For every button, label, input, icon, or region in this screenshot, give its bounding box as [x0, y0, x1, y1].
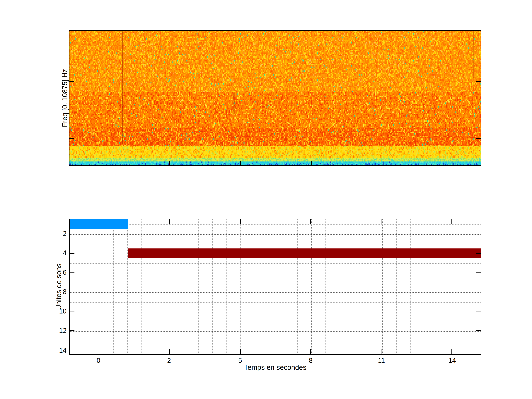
x-tick-label: 11 [378, 357, 385, 364]
spectrogram-left-tick [70, 53, 74, 53]
vertical-gridline [227, 219, 227, 354]
y-tick-label: 8 [39, 288, 66, 296]
spectrogram-y-axis-label: Freq [0, 10875] Hz [61, 69, 69, 127]
vertical-gridline [467, 219, 467, 354]
vertical-gridline [127, 219, 128, 354]
horizontal-gridline [70, 312, 481, 312]
activation-plot-area [70, 219, 481, 354]
spectrogram-left-tick [70, 81, 74, 82]
activation-top-tick [240, 219, 241, 224]
activation-bottom-tick [99, 349, 99, 354]
horizontal-gridline [70, 351, 481, 351]
x-tick-label: 8 [309, 357, 313, 364]
activation-x-axis-label: Temps en secondes [244, 364, 306, 372]
activation-right-tick [476, 253, 481, 254]
activation-bottom-tick [240, 349, 241, 354]
horizontal-gridline [70, 263, 481, 264]
x-tick-label: 14 [449, 357, 456, 364]
horizontal-gridline [70, 234, 481, 234]
y-tick-label: 12 [39, 327, 66, 334]
activation-bottom-tick [169, 349, 170, 354]
vertical-gridline [198, 219, 199, 354]
activation-top-tick [99, 219, 99, 224]
vertical-gridline [99, 219, 99, 354]
activation-bottom-tick [381, 349, 381, 354]
vertical-gridline [396, 219, 397, 354]
y-tick-label: 4 [39, 249, 66, 257]
activation-right-tick [476, 311, 481, 311]
vertical-gridline [241, 219, 241, 354]
horizontal-gridline [70, 322, 481, 322]
activation-plot [69, 219, 481, 355]
activation-left-tick [70, 253, 75, 254]
horizontal-gridline [70, 224, 481, 225]
vertical-gridline [340, 219, 340, 354]
y-tick-label: 2 [39, 230, 66, 237]
spectrogram-right-tick [476, 110, 481, 110]
activation-top-tick [381, 219, 381, 224]
x-tick-label: 2 [167, 357, 171, 364]
activation-left-tick [70, 311, 75, 311]
horizontal-gridline [70, 331, 481, 332]
activation-right-tick [476, 272, 481, 273]
spectrogram-right-tick [476, 81, 481, 82]
activation-left-tick [70, 234, 75, 234]
horizontal-gridline [70, 283, 481, 283]
activation-left-tick [70, 292, 75, 292]
vertical-gridline [113, 219, 114, 354]
vertical-gridline [255, 219, 255, 354]
vertical-gridline [411, 219, 411, 354]
activation-bottom-tick [310, 349, 311, 354]
vertical-gridline [156, 219, 156, 354]
spectrogram-left-tick [70, 110, 74, 110]
vertical-gridline [141, 219, 142, 354]
spectrogram-bottom-tick [453, 161, 453, 165]
y-tick-label: 6 [39, 269, 66, 276]
spectrogram-bottom-tick [240, 161, 241, 165]
vertical-gridline [170, 219, 170, 354]
activation-left-tick [70, 272, 75, 273]
activation-bottom-tick [451, 349, 452, 354]
vertical-gridline [425, 219, 425, 354]
horizontal-gridline [70, 302, 481, 303]
activation-bar-unit-4 [128, 248, 481, 259]
vertical-gridline [453, 219, 453, 354]
activation-right-tick [476, 234, 481, 234]
activation-left-tick [70, 330, 75, 331]
activation-top-tick [310, 219, 311, 224]
vertical-gridline [212, 219, 213, 354]
activation-right-tick [476, 350, 481, 350]
figure-window: { "spectrogram": { "ylabel": "Freq [0, 1… [0, 0, 532, 399]
activation-right-tick [476, 330, 481, 331]
spectrogram-right-tick [476, 138, 481, 139]
spectrogram-bottom-tick [311, 161, 312, 165]
spectrogram-left-tick [70, 138, 74, 139]
activation-top-tick [451, 219, 452, 224]
vertical-gridline [354, 219, 354, 354]
spectrogram-right-tick [476, 53, 481, 53]
horizontal-gridline [70, 273, 481, 273]
spectrogram-plot [69, 30, 481, 166]
spectrogram-image [70, 31, 481, 165]
spectrogram-bottom-tick [169, 161, 170, 165]
vertical-gridline [368, 219, 368, 354]
horizontal-gridline [70, 244, 481, 244]
spectrogram-bottom-tick [382, 161, 382, 165]
spectrogram-plot-area [70, 31, 481, 165]
horizontal-gridline [70, 292, 481, 293]
vertical-gridline [382, 219, 383, 354]
vertical-gridline [311, 219, 312, 354]
vertical-gridline [85, 219, 85, 354]
spectrogram-bottom-tick [99, 161, 99, 165]
activation-top-tick [169, 219, 170, 224]
vertical-gridline [71, 219, 71, 354]
vertical-gridline [184, 219, 184, 354]
horizontal-gridline [70, 341, 481, 341]
x-tick-label: 5 [238, 357, 242, 364]
y-tick-label: 14 [39, 347, 66, 354]
vertical-gridline [439, 219, 439, 354]
activation-left-tick [70, 350, 75, 350]
vertical-gridline [283, 219, 283, 354]
activation-right-tick [476, 292, 481, 292]
y-tick-label: 10 [39, 308, 66, 315]
